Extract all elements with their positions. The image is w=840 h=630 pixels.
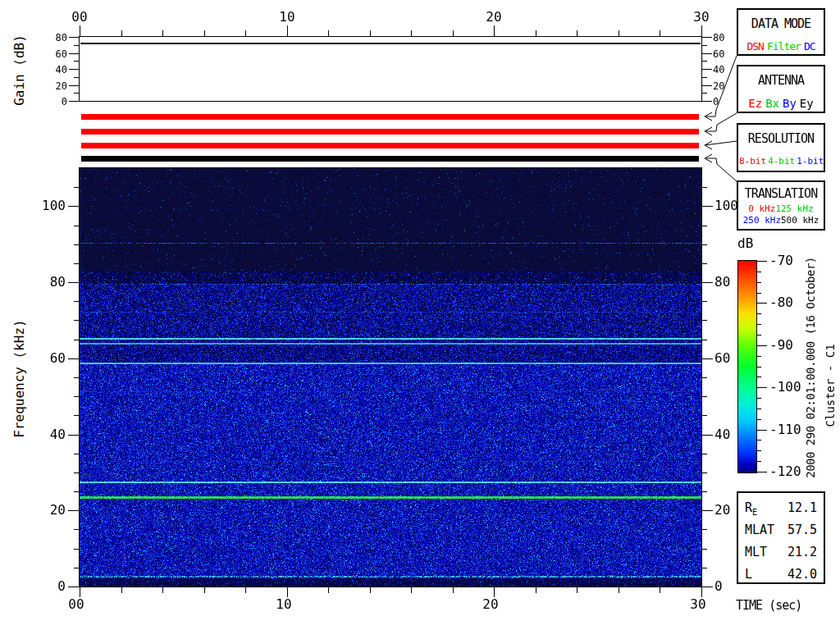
tick-label: 100 [714,199,752,212]
axis-tick [68,358,80,359]
tick-label: 100 [28,199,66,212]
axis-tick [756,450,761,451]
axis-tick [74,263,80,264]
tick-label: -70 [769,254,819,267]
axis-tick [69,37,80,38]
axis-tick [328,30,329,37]
axis-tick [162,587,163,593]
legend-item: Bx [765,97,779,110]
axis-tick [701,549,707,550]
tick-label: 60 [714,352,752,365]
axis-tick [756,345,767,346]
tick-label: 30 [682,598,714,611]
legend-item: DSN [746,40,763,52]
data-mode-legend-box: DATA MODE DSNFilterDC [737,8,825,56]
legend-item: By [783,97,797,110]
tick-label: 20 [477,11,510,24]
legend-item: Filter [767,40,801,52]
tick-label: 40 [28,428,66,441]
tick-label: -90 [769,339,819,352]
tick-label: 0 [714,580,752,593]
axis-tick [536,30,536,37]
spectrogram-canvas [79,167,702,587]
axis-tick [453,587,454,593]
axis-tick [701,320,707,321]
legend-item: 4-bit [768,156,795,167]
tick-label: 80 [714,276,752,289]
axis-tick [204,587,205,593]
axis-tick [756,398,761,399]
tick-label: 10 [267,598,300,611]
axis-tick [660,587,660,593]
time-axis-title: TIME (sec) [736,598,801,613]
axis-tick [701,340,707,340]
axis-tick [453,30,454,37]
axis-tick [74,529,80,530]
resolution-legend-box: RESOLUTION 8-bit4-bit1-bit [737,123,825,172]
legend-title: ANTENNA [738,73,824,88]
tick-label: 20 [713,81,746,91]
axis-tick [69,85,80,86]
tick-label: 60 [33,49,67,59]
axis-tick [68,510,80,511]
axis-tick [74,568,80,568]
axis-tick [68,587,80,587]
info-value: 21.2 [788,545,817,567]
axis-tick [701,301,707,302]
legend-item: 125 kHz [775,203,813,214]
axis-tick [701,282,713,283]
axis-tick [411,30,412,37]
tick-label: 30 [685,11,718,24]
axis-tick [162,30,163,37]
axis-tick [619,587,619,593]
tick-label: 10 [271,11,304,24]
tick-label: -100 [769,381,819,394]
axis-tick [701,226,707,226]
antenna-callout [705,113,737,135]
axis-tick [701,568,707,568]
axis-tick [74,472,80,473]
axis-tick [756,313,761,314]
axis-tick [756,324,761,325]
axis-tick [370,587,371,593]
info-row: L 42.0 [745,567,817,589]
resolution-bar [81,143,699,148]
tick-label: 0 [713,97,746,107]
tick-label: 0 [28,580,66,593]
axis-tick [619,30,619,37]
axis-tick [756,293,761,294]
axis-tick [74,93,80,94]
axis-tick [756,419,761,420]
axis-tick [701,45,707,46]
colorbar [737,260,757,473]
axis-tick [756,335,761,336]
axis-tick [287,25,288,37]
axis-tick [701,69,712,70]
axis-tick [74,396,80,397]
axis-tick [74,491,80,492]
axis-tick [68,435,80,436]
axis-tick [68,282,80,283]
antenna-bar [81,129,699,135]
legend-item: 500 kHz [781,215,819,226]
legend-title: RESOLUTION [738,131,824,146]
axis-tick [121,587,122,593]
axis-tick [756,282,761,283]
axis-tick [756,377,761,377]
legend-item: Ey [800,97,814,110]
antenna-legend-box: ANTENNA EzBxByEy [737,65,825,113]
axis-tick [494,25,495,37]
info-value: 57.5 [788,523,817,545]
axis-tick [74,61,80,62]
axis-tick [701,263,707,264]
axis-tick [74,340,80,340]
tick-label: -110 [769,423,819,436]
data-mode-bar [81,114,699,120]
legend-item: Ez [748,97,762,110]
tick-label: -80 [769,296,819,309]
tick-label: 0 [33,97,67,107]
axis-tick [756,303,767,304]
tick-label: 60 [28,352,66,365]
axis-tick [74,244,80,245]
axis-tick [74,187,80,188]
